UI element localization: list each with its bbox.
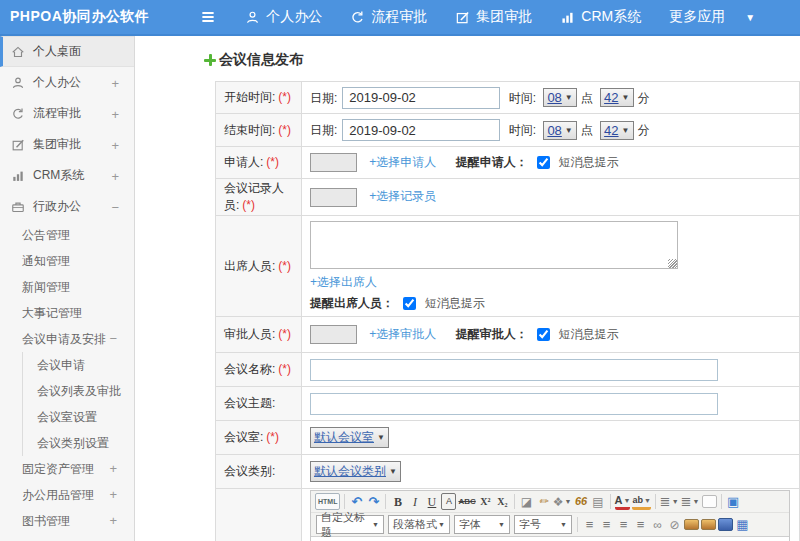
- sidebar-item-label: 流程审批: [33, 105, 81, 122]
- topnav-item-workflow-approval[interactable]: 流程审批: [350, 8, 427, 26]
- sidebar-item-memorabilia-mgmt[interactable]: 大事记管理: [0, 300, 134, 326]
- strikethrough-button[interactable]: ABC: [458, 493, 475, 510]
- topnav-item-more-apps[interactable]: 更多应用▼: [669, 8, 755, 26]
- redo-button[interactable]: ↷: [366, 493, 381, 510]
- remove-format-button[interactable]: A: [441, 493, 456, 510]
- superscript-button[interactable]: X²: [478, 493, 493, 510]
- recorder-input[interactable]: [310, 188, 357, 207]
- sidebar-item-label: 会议室设置: [37, 410, 97, 424]
- collapse-icon[interactable]: −: [111, 199, 119, 214]
- new-document-button[interactable]: [702, 495, 717, 508]
- align-justify-button[interactable]: ≡: [633, 516, 648, 533]
- underline-button[interactable]: U: [424, 493, 439, 510]
- sidebar-item-fixed-asset-mgmt[interactable]: 固定资产管理+: [0, 456, 134, 482]
- unordered-list-button[interactable]: ≣▼: [681, 493, 700, 510]
- bold-button[interactable]: B: [390, 493, 405, 510]
- page-title-text: 会议信息发布: [219, 51, 303, 69]
- choose-applicant-link[interactable]: +选择申请人: [369, 155, 436, 169]
- sidebar-item-admin-office[interactable]: 行政办公−: [0, 191, 134, 222]
- sidebar-item-meeting-apply[interactable]: 会议申请: [22, 352, 135, 378]
- choose-recorder-link[interactable]: +选择记录员: [369, 189, 436, 203]
- unlink-button[interactable]: ⊘: [667, 516, 682, 533]
- sidebar-item-workflow-approval[interactable]: 流程审批+: [0, 98, 134, 129]
- choose-attendees-link[interactable]: +选择出席人: [310, 275, 377, 289]
- align-left-button[interactable]: ≡: [582, 516, 597, 533]
- end-minute-select[interactable]: 42▼: [600, 121, 633, 140]
- sms-remind-checkbox[interactable]: [537, 328, 550, 341]
- end-date-input[interactable]: [342, 119, 500, 141]
- align-center-button[interactable]: ≡: [599, 516, 614, 533]
- approver-input[interactable]: [310, 325, 357, 344]
- meeting-category-select[interactable]: 默认会议类别▼: [310, 461, 401, 482]
- sidebar-item-book-mgmt[interactable]: 图书管理+: [0, 508, 134, 534]
- choose-approver-link[interactable]: +选择审批人: [369, 327, 436, 341]
- meeting-room-select[interactable]: 默认会议室▼: [310, 427, 389, 448]
- undo-button[interactable]: ↶: [349, 493, 364, 510]
- fullscreen-button[interactable]: ▣: [726, 493, 741, 510]
- sidebar-item-meeting-list-approval[interactable]: 会议列表及审批: [22, 378, 135, 404]
- paragraph-format-select[interactable]: 段落格式▼: [388, 515, 450, 534]
- sidebar-item-crm-system[interactable]: CRM系统+: [0, 160, 134, 191]
- highlight-color-button[interactable]: ab▼: [632, 493, 650, 510]
- sidebar-item-personal-desktop[interactable]: 个人桌面: [0, 36, 134, 67]
- meeting-name-input[interactable]: [310, 359, 718, 381]
- subscript-button[interactable]: X₂: [495, 493, 510, 510]
- topnav-item-crm-system[interactable]: CRM系统: [560, 8, 641, 26]
- sidebar-item-meeting-category-setting[interactable]: 会议类别设置: [22, 430, 135, 456]
- sms-remind-checkbox[interactable]: [403, 297, 416, 310]
- sidebar-item-label: 集团审批: [33, 136, 81, 153]
- topnav-item-personal-office[interactable]: 个人办公: [245, 8, 322, 26]
- expand-icon[interactable]: +: [111, 137, 119, 152]
- font-size-select[interactable]: 字号▼: [514, 515, 572, 534]
- topnav-item-label: 流程审批: [371, 8, 427, 26]
- sidebar-item-notice-mgmt[interactable]: 通知管理: [0, 248, 134, 274]
- expand-icon[interactable]: +: [111, 168, 119, 183]
- meeting-subject-input[interactable]: [310, 393, 718, 415]
- end-hour-select[interactable]: 08▼: [543, 121, 576, 140]
- collapse-icon[interactable]: −: [109, 330, 117, 348]
- end-time-label-cell: 结束时间:(*): [216, 114, 302, 147]
- screenshot-button[interactable]: [701, 519, 716, 530]
- resize-handle-icon[interactable]: [668, 259, 677, 268]
- align-right-button[interactable]: ≡: [616, 516, 631, 533]
- expand-icon[interactable]: +: [109, 460, 117, 478]
- sidebar-item-personal-office[interactable]: 个人办公+: [0, 67, 134, 98]
- start-hour-select[interactable]: 08▼: [543, 88, 576, 107]
- applicant-input[interactable]: [310, 153, 357, 172]
- eraser-button[interactable]: ◪: [519, 493, 534, 510]
- ordered-list-button[interactable]: ≣▼: [660, 493, 679, 510]
- table-row: 会议室:(*) 默认会议室▼: [216, 421, 800, 455]
- italic-button[interactable]: I: [407, 493, 422, 510]
- editor-content-area[interactable]: [311, 536, 789, 541]
- insert-image-button[interactable]: [684, 519, 699, 530]
- html-source-button[interactable]: HTML: [315, 493, 340, 510]
- sidebar-item-announcement-mgmt[interactable]: 公告管理: [0, 222, 134, 248]
- sidebar-item-label: 行政办公: [33, 198, 81, 215]
- sms-remind-checkbox[interactable]: [537, 156, 550, 169]
- expand-icon[interactable]: +: [111, 106, 119, 121]
- topnav-item-group-approval[interactable]: 集团审批: [455, 8, 532, 26]
- brush-button[interactable]: ✏: [536, 493, 551, 510]
- expand-icon[interactable]: +: [111, 75, 119, 90]
- process-icon: [11, 107, 25, 121]
- expand-icon[interactable]: +: [109, 486, 117, 504]
- font-color-button[interactable]: A▼: [615, 493, 631, 510]
- insert-media-button[interactable]: [718, 518, 733, 531]
- custom-title-select[interactable]: 自定义标题▼: [316, 515, 384, 534]
- sidebar-item-meeting-apply-arrange[interactable]: 会议申请及安排−: [0, 326, 134, 352]
- sidebar-item-office-supplies-mgmt[interactable]: 办公用品管理+: [0, 482, 134, 508]
- format-painter-button[interactable]: ❖▼: [553, 493, 572, 510]
- start-minute-select[interactable]: 42▼: [600, 88, 633, 107]
- link-button[interactable]: ∞: [650, 516, 665, 533]
- insert-table-button[interactable]: ▦: [735, 516, 750, 533]
- font-family-select[interactable]: 字体▼: [454, 515, 510, 534]
- sidebar-item-news-mgmt[interactable]: 新闻管理: [0, 274, 134, 300]
- sidebar-item-group-approval[interactable]: 集团审批+: [0, 129, 134, 160]
- menu-icon[interactable]: [199, 8, 217, 26]
- expand-icon[interactable]: +: [109, 512, 117, 530]
- attendees-textarea[interactable]: [310, 221, 678, 269]
- paste-button[interactable]: ▤: [591, 493, 606, 510]
- blockquote-button[interactable]: 66: [574, 493, 589, 510]
- sidebar-item-meeting-room-setting[interactable]: 会议室设置: [22, 404, 135, 430]
- start-date-input[interactable]: [342, 87, 500, 109]
